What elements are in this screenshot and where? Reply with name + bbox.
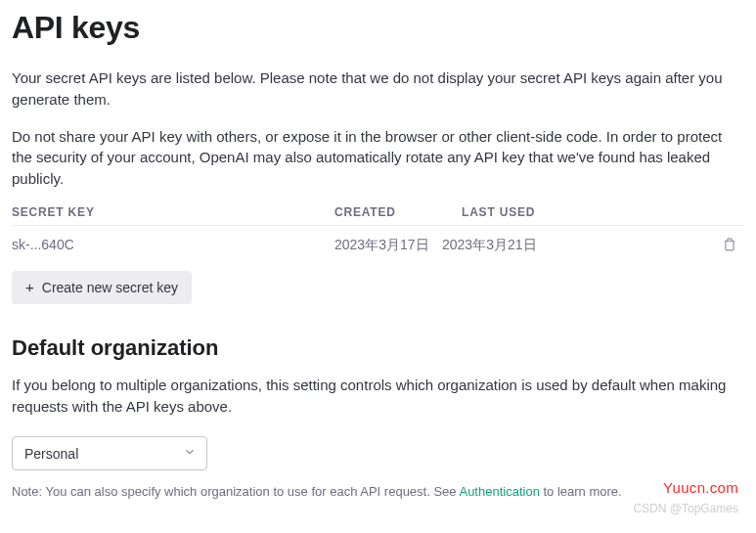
create-button-label: Create new secret key [42,280,178,295]
table-row: sk-...640C 2023年3月17日 2023年3月21日 [12,226,744,267]
th-last-used: LAST USED [462,205,589,219]
authentication-link[interactable]: Authentication [459,484,539,499]
note-suffix: to learn more. [540,484,622,499]
note-prefix: Note: You can also specify which organiz… [12,484,459,499]
intro-paragraph-1: Your secret API keys are listed below. P… [12,67,744,111]
org-note: Note: You can also specify which organiz… [12,482,744,502]
cell-last-used: 2023年3月21日 [442,236,550,253]
page-title: API keys [12,10,744,46]
cell-secret-key: sk-...640C [12,237,334,252]
table-header-row: SECRET KEY CREATED LAST USED [12,205,744,226]
watermark-csdn: CSDN @TopGames [633,502,738,515]
th-created: CREATED [334,205,462,219]
intro-paragraph-2: Do not share your API key with others, o… [12,126,744,190]
plus-icon: + [25,280,34,294]
organization-select[interactable]: Personal [12,436,207,470]
default-org-description: If you belong to multiple organizations,… [12,375,744,418]
cell-created: 2023年3月17日 [334,236,442,253]
organization-selected-value: Personal [24,446,78,462]
chevron-down-icon [183,445,197,462]
create-secret-key-button[interactable]: + Create new secret key [12,271,192,304]
api-keys-table: SECRET KEY CREATED LAST USED sk-...640C … [12,205,744,267]
trash-icon[interactable] [723,237,736,252]
default-org-title: Default organization [12,335,744,361]
th-secret-key: SECRET KEY [12,205,334,219]
